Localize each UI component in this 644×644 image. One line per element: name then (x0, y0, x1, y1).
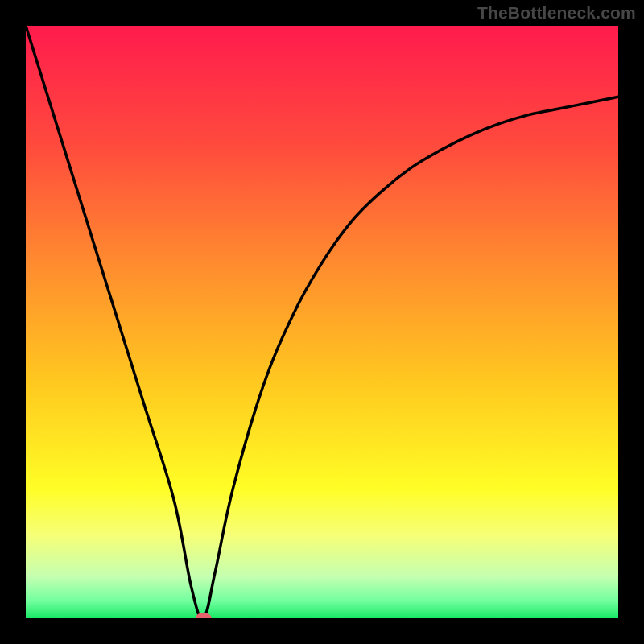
plot-area (26, 26, 618, 618)
attribution-text: TheBottleneck.com (477, 3, 636, 23)
chart-frame: TheBottleneck.com (0, 0, 644, 644)
chart-svg (26, 26, 618, 618)
